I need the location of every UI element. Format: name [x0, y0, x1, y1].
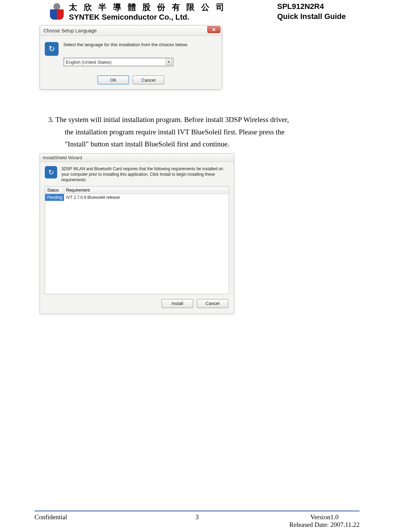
- table-row[interactable]: Pending IVT 2.7.0.9 Bluesoleil release: [45, 194, 229, 201]
- product-code: SPL912N2R4: [277, 2, 346, 12]
- step-number: 3.: [48, 115, 54, 124]
- page-number: 3: [195, 513, 199, 521]
- language-dialog-titlebar: Choose Setup Language ✕: [40, 25, 222, 36]
- table-empty-area: [45, 201, 229, 294]
- installer-icon: ↻: [45, 42, 59, 56]
- column-requirement: Requirement: [64, 187, 229, 194]
- released-date: Released Date: 2007.11.22: [289, 521, 360, 529]
- document-footer: Confidential 3 Version1.0 Released Date:…: [34, 513, 360, 529]
- column-status: Status: [45, 187, 64, 194]
- language-dropdown[interactable]: English (United States) ▼: [63, 58, 174, 66]
- step-3-text: 3. The system will initial installation …: [55, 114, 346, 151]
- footer-divider: [34, 511, 360, 511]
- cancel-button[interactable]: Cancel: [133, 75, 164, 84]
- company-name-english: SYNTEK Semiconductor Co., Ltd.: [69, 13, 226, 22]
- language-selected: English (United States): [66, 60, 112, 65]
- cancel-button[interactable]: Cancel: [197, 299, 228, 308]
- company-logo-icon: [48, 3, 65, 20]
- language-instruction: Select the language for this installatio…: [63, 42, 216, 47]
- table-header-row: Status Requirement: [45, 187, 229, 194]
- confidential-label: Confidential: [34, 513, 67, 521]
- company-name-chinese: 太 欣 半 導 體 股 份 有 限 公 司: [69, 2, 226, 13]
- installshield-title: InstallShield Wizard: [43, 155, 82, 160]
- installshield-dialog: InstallShield Wizard ↻ 3DSP WLAN and Blu…: [40, 153, 234, 314]
- install-button[interactable]: Install: [162, 299, 193, 308]
- language-dialog: Choose Setup Language ✕ ↻ Select the lan…: [40, 25, 222, 90]
- company-block: 太 欣 半 導 體 股 份 有 限 公 司 SYNTEK Semiconduct…: [48, 2, 226, 22]
- installer-icon: ↻: [45, 166, 57, 178]
- status-cell: Pending: [45, 194, 64, 201]
- requirements-table: Status Requirement Pending IVT 2.7.0.9 B…: [45, 186, 229, 294]
- document-header: 太 欣 半 導 體 股 份 有 限 公 司 SYNTEK Semiconduct…: [0, 0, 394, 22]
- doc-title-block: SPL912N2R4 Quick Install Guide: [277, 2, 346, 21]
- language-dialog-title: Choose Setup Language: [43, 28, 97, 33]
- doc-type: Quick Install Guide: [277, 12, 346, 22]
- ok-button[interactable]: OK: [97, 75, 129, 84]
- version-label: Version1.0: [289, 513, 360, 521]
- installshield-titlebar: InstallShield Wizard: [40, 154, 234, 162]
- close-button[interactable]: ✕: [207, 26, 220, 33]
- installshield-instruction: 3DSP WLAN and Bluetooth Card requires th…: [61, 166, 229, 183]
- close-icon: ✕: [212, 27, 216, 32]
- chevron-down-icon: ▼: [166, 59, 172, 65]
- requirement-cell: IVT 2.7.0.9 Bluesoleil release: [64, 194, 229, 201]
